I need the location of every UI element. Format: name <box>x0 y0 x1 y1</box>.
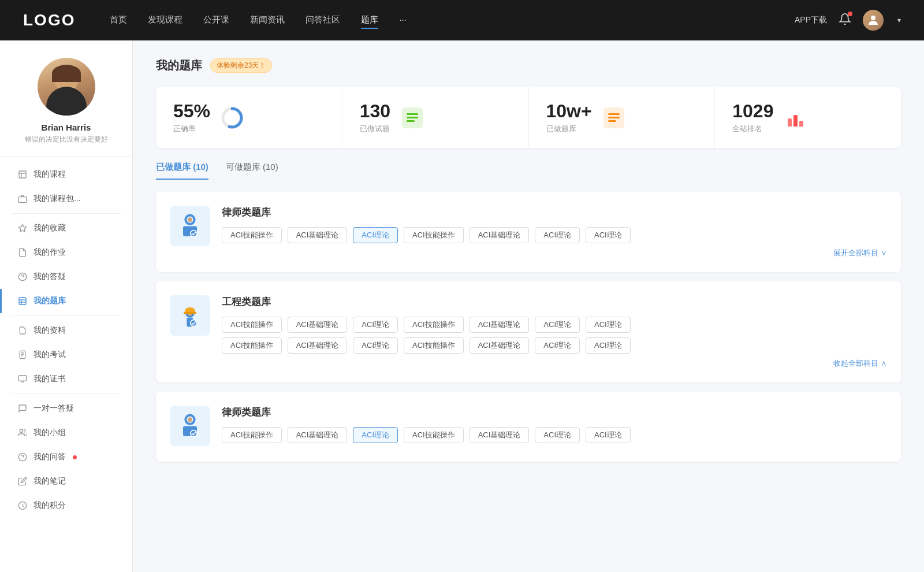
stat-label-done: 已做试题 <box>360 124 390 134</box>
stat-number-banks: 10w+ <box>546 101 592 121</box>
notes-icon <box>17 476 28 486</box>
expand-link-lawyer-1[interactable]: 展开全部科目 ∨ <box>222 248 887 258</box>
sidebar-item-label: 一对一答疑 <box>33 403 74 414</box>
sidebar-item-label: 我的积分 <box>33 500 66 511</box>
nav-qa[interactable]: 问答社区 <box>305 12 340 29</box>
notification-bell[interactable] <box>839 13 851 28</box>
sidebar-item-qa-answer[interactable]: 我的答疑 <box>0 265 132 289</box>
tag-lawyer2-0[interactable]: ACI技能操作 <box>222 427 282 443</box>
nav-news[interactable]: 新闻资讯 <box>250 12 285 29</box>
homework-icon <box>17 247 28 258</box>
qbank-title-engineer: 工程类题库 <box>222 295 887 309</box>
tag-lawyer1-3[interactable]: ACI技能操作 <box>404 227 464 243</box>
tag-eng2-3[interactable]: ACI技能操作 <box>404 337 464 354</box>
tag-eng2-2[interactable]: ACI理论 <box>353 337 398 354</box>
question-icon <box>17 272 28 282</box>
tag-lawyer2-5[interactable]: ACI理论 <box>535 427 580 443</box>
sidebar-item-homework[interactable]: 我的作业 <box>0 240 132 265</box>
qbank-icon-lawyer-1 <box>170 206 210 246</box>
svg-point-17 <box>20 429 23 432</box>
sidebar-item-course[interactable]: 我的课程 <box>0 162 132 187</box>
sidebar-item-docs[interactable]: 我的资料 <box>0 318 132 343</box>
doc-icon <box>17 325 28 336</box>
page-title: 我的题库 <box>156 58 202 73</box>
tag-lawyer2-4[interactable]: ACI基础理论 <box>470 427 530 443</box>
sidebar-item-label: 我的资料 <box>33 325 66 336</box>
sidebar-item-label: 我的课程 <box>33 169 66 180</box>
sidebar-item-points[interactable]: 我的积分 <box>0 493 132 518</box>
tag-eng-6[interactable]: ACI理论 <box>586 317 631 333</box>
sidebar-item-qbank[interactable]: 我的题库 <box>0 289 132 313</box>
sidebar: Brian Harris 错误的决定比没有决定要好 我的课程 我的课程包... <box>0 40 133 572</box>
stat-number-rank: 1029 <box>732 101 773 121</box>
svg-point-44 <box>188 417 192 422</box>
tab-done[interactable]: 已做题库 (10) <box>156 162 208 180</box>
tag-lawyer2-6[interactable]: ACI理论 <box>586 427 631 443</box>
svg-point-0 <box>871 16 875 20</box>
tag-eng2-4[interactable]: ACI基础理论 <box>470 337 530 354</box>
stat-label-rank: 全站排名 <box>732 124 773 134</box>
app-download-link[interactable]: APP下载 <box>795 15 827 25</box>
qbank-section-lawyer-2: 律师类题库 ACI技能操作 ACI基础理论 ACI理论 ACI技能操作 ACI基… <box>156 392 901 462</box>
svg-rect-38 <box>184 312 196 314</box>
nav-home[interactable]: 首页 <box>110 12 127 29</box>
expand-link-engineer[interactable]: 收起全部科目 ∧ <box>222 358 887 369</box>
tag-eng-2[interactable]: ACI理论 <box>353 317 398 333</box>
sidebar-item-package[interactable]: 我的课程包... <box>0 187 132 211</box>
list-orange-icon <box>601 105 627 131</box>
sidebar-item-label: 我的作业 <box>33 247 66 258</box>
one-on-one-icon <box>17 403 28 414</box>
tag-eng2-5[interactable]: ACI理论 <box>535 337 580 354</box>
nav-open-course[interactable]: 公开课 <box>203 12 229 29</box>
stat-done-banks: 10w+ 已做题库 <box>529 87 716 148</box>
tag-eng-1[interactable]: ACI基础理论 <box>288 317 348 333</box>
trial-badge: 体验剩余23天！ <box>210 58 272 73</box>
tag-lawyer2-2[interactable]: ACI理论 <box>353 427 398 443</box>
package-icon <box>17 194 28 204</box>
sidebar-item-my-qa[interactable]: 我的问答 <box>0 445 132 469</box>
sidebar-item-label: 我的答疑 <box>33 272 66 282</box>
tag-eng2-0[interactable]: ACI技能操作 <box>222 337 282 354</box>
sidebar-item-group[interactable]: 我的小组 <box>0 421 132 445</box>
sidebar-divider-3 <box>12 393 121 394</box>
qbank-title-lawyer-1: 律师类题库 <box>222 206 887 219</box>
tag-eng-0[interactable]: ACI技能操作 <box>222 317 282 333</box>
tag-lawyer2-1[interactable]: ACI基础理论 <box>288 427 348 443</box>
tag-eng2-1[interactable]: ACI基础理论 <box>288 337 348 354</box>
nav-more[interactable]: ··· <box>399 12 407 29</box>
tag-lawyer1-4[interactable]: ACI基础理论 <box>470 227 530 243</box>
tabs-row: 已做题库 (10) 可做题库 (10) <box>156 162 901 180</box>
avatar[interactable] <box>863 10 884 31</box>
tag-lawyer1-1[interactable]: ACI基础理论 <box>288 227 348 243</box>
svg-rect-28 <box>608 113 620 115</box>
sidebar-item-notes[interactable]: 我的笔记 <box>0 469 132 493</box>
qbank-title-lawyer-2: 律师类题库 <box>222 406 887 419</box>
tag-eng-3[interactable]: ACI技能操作 <box>404 317 464 333</box>
tag-eng-4[interactable]: ACI基础理论 <box>470 317 530 333</box>
svg-marker-5 <box>18 224 26 232</box>
sidebar-item-one-on-one[interactable]: 一对一答疑 <box>0 396 132 421</box>
tag-lawyer2-3[interactable]: ACI技能操作 <box>404 427 464 443</box>
tag-eng2-6[interactable]: ACI理论 <box>586 337 631 354</box>
stat-done-questions: 130 已做试题 <box>342 87 529 148</box>
tag-lawyer1-0[interactable]: ACI技能操作 <box>222 227 282 243</box>
points-icon <box>17 500 28 511</box>
sidebar-item-cert[interactable]: 我的证书 <box>0 367 132 391</box>
tag-lawyer1-2[interactable]: ACI理论 <box>353 227 398 243</box>
sidebar-item-exam[interactable]: 我的考试 <box>0 343 132 367</box>
svg-rect-4 <box>18 197 26 203</box>
course-icon <box>17 169 28 180</box>
tab-available[interactable]: 可做题库 (10) <box>226 162 278 180</box>
sidebar-slogan: 错误的决定比没有决定要好 <box>25 135 108 144</box>
nav-discover[interactable]: 发现课程 <box>148 12 182 29</box>
user-menu-chevron[interactable]: ▾ <box>897 16 901 24</box>
tag-lawyer1-5[interactable]: ACI理论 <box>535 227 580 243</box>
sidebar-item-label: 我的问答 <box>33 452 66 462</box>
tag-eng-5[interactable]: ACI理论 <box>535 317 580 333</box>
sidebar-item-favorites[interactable]: 我的收藏 <box>0 216 132 240</box>
stat-ranking: 1029 全站排名 <box>715 87 901 148</box>
stat-label-correct: 正确率 <box>173 124 210 134</box>
tag-lawyer1-6[interactable]: ACI理论 <box>586 227 631 243</box>
nav-qbank[interactable]: 题库 <box>361 12 378 29</box>
svg-rect-29 <box>608 117 620 118</box>
